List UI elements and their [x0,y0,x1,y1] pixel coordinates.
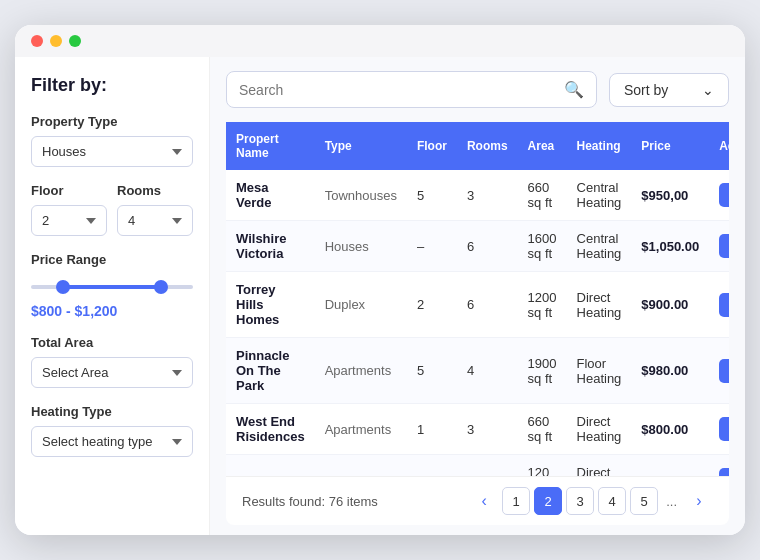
request-button[interactable]: Request [719,359,729,383]
cell-floor: 2 [407,272,457,338]
floor-section: Floor 1 2 3 4 5 [31,183,107,236]
table-container: Propert Name Type Floor Rooms Area Heati… [226,122,729,476]
price-range-label: Price Range [31,252,193,267]
slider-thumb-right[interactable] [154,280,168,294]
page-2-button[interactable]: 2 [534,487,562,515]
price-slider[interactable] [31,277,193,297]
cell-heating: Direct Heating [567,404,632,455]
dot-yellow[interactable] [50,35,62,47]
request-button[interactable]: Request [719,293,729,317]
slider-thumb-left[interactable] [56,280,70,294]
property-type-section: Property Type Houses Apartments Duplex T… [31,114,193,167]
cell-price: $980.00 [631,338,709,404]
rooms-label: Rooms [117,183,193,198]
cell-floor: – [407,221,457,272]
page-3-button[interactable]: 3 [566,487,594,515]
cell-floor: – [407,455,457,477]
property-type-select[interactable]: Houses Apartments Duplex Townhouses Gara… [31,136,193,167]
heating-type-select[interactable]: Select heating type Central Heating Dire… [31,426,193,457]
cell-area: 1200 sq ft [518,272,567,338]
cell-type: Apartments [315,338,407,404]
properties-table: Propert Name Type Floor Rooms Area Heati… [226,122,729,476]
cell-action: Request [709,221,729,272]
slider-fill [63,285,160,289]
cell-floor: 5 [407,170,457,221]
results-count: Results found: 76 items [242,494,378,509]
floor-select[interactable]: 1 2 3 4 5 [31,205,107,236]
total-area-select[interactable]: Select Area < 500 sq ft 500-1000 sq ft 1… [31,357,193,388]
cell-heating: Central Heating [567,170,632,221]
cell-property-name: Mesa Verde [226,170,315,221]
col-type: Type [315,122,407,170]
heating-type-label: Heating Type [31,404,193,419]
table-header-row: Propert Name Type Floor Rooms Area Heati… [226,122,729,170]
cell-rooms: 6 [457,221,518,272]
cell-property-name: Wilshire Victoria [226,221,315,272]
cell-action: Request [709,170,729,221]
page-1-button[interactable]: 1 [502,487,530,515]
table-row: Garage Garages – 1 120 sq ft Direct Heat… [226,455,729,477]
floor-label: Floor [31,183,107,198]
cell-type: Houses [315,221,407,272]
table-row: Pinnacle On The Park Apartments 5 4 1900… [226,338,729,404]
floor-rooms-row: Floor 1 2 3 4 5 Rooms 1 2 3 4 [31,183,193,252]
table-row: Torrey Hills Homes Duplex 2 6 1200 sq ft… [226,272,729,338]
cell-price: $950,00 [631,170,709,221]
cell-area: 120 sq ft [518,455,567,477]
col-rooms: Rooms [457,122,518,170]
page-4-button[interactable]: 4 [598,487,626,515]
sidebar: Filter by: Property Type Houses Apartmen… [15,57,210,535]
price-range-values: $800 - $1,200 [31,303,193,319]
cell-property-name: West End Risidences [226,404,315,455]
cell-heating: Direct Heating [567,455,632,477]
cell-price: $900.00 [631,272,709,338]
cell-rooms: 3 [457,170,518,221]
content-area: 🔍 Sort by ⌄ Propert Name Type Floor Room… [210,57,745,535]
pagination-ellipsis: ... [662,494,681,509]
dot-red[interactable] [31,35,43,47]
next-page-button[interactable]: › [685,487,713,515]
cell-action: Request [709,272,729,338]
main-window: Filter by: Property Type Houses Apartmen… [15,25,745,535]
dot-green[interactable] [69,35,81,47]
cell-price: $1,050.00 [631,221,709,272]
prev-page-button[interactable]: ‹ [470,487,498,515]
col-price: Price [631,122,709,170]
table-row: Mesa Verde Townhouses 5 3 660 sq ft Cent… [226,170,729,221]
request-button[interactable]: Request [719,183,729,207]
cell-area: 1600 sq ft [518,221,567,272]
price-range-section: Price Range $800 - $1,200 [31,252,193,319]
cell-rooms: 6 [457,272,518,338]
total-area-label: Total Area [31,335,193,350]
request-button[interactable]: Request [719,468,729,476]
cell-floor: 5 [407,338,457,404]
filter-title: Filter by: [31,75,193,96]
cell-rooms: 3 [457,404,518,455]
cell-area: 1900 sq ft [518,338,567,404]
cell-heating: Central Heating [567,221,632,272]
col-name: Propert Name [226,122,315,170]
cell-area: 660 sq ft [518,170,567,221]
cell-action: Request [709,338,729,404]
property-type-label: Property Type [31,114,193,129]
search-box: 🔍 [226,71,597,108]
top-bar: 🔍 Sort by ⌄ [210,57,745,122]
heating-type-section: Heating Type Select heating type Central… [31,404,193,457]
cell-rooms: 1 [457,455,518,477]
cell-type: Duplex [315,272,407,338]
col-action: Action [709,122,729,170]
chevron-down-icon: ⌄ [702,82,714,98]
cell-type: Garages [315,455,407,477]
sort-dropdown[interactable]: Sort by ⌄ [609,73,729,107]
page-5-button[interactable]: 5 [630,487,658,515]
rooms-select[interactable]: 1 2 3 4 5 6 [117,205,193,236]
table-row: Wilshire Victoria Houses – 6 1600 sq ft … [226,221,729,272]
request-button[interactable]: Request [719,417,729,441]
cell-area: 660 sq ft [518,404,567,455]
pagination-bar: Results found: 76 items ‹ 1 2 3 4 5 ... … [226,476,729,525]
cell-type: Townhouses [315,170,407,221]
request-button[interactable]: Request [719,234,729,258]
search-input[interactable] [239,82,556,98]
col-floor: Floor [407,122,457,170]
total-area-section: Total Area Select Area < 500 sq ft 500-1… [31,335,193,388]
